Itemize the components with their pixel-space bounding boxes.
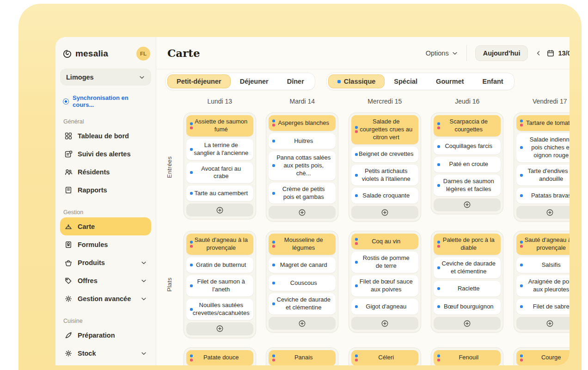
reports-icon xyxy=(64,186,73,194)
options-button[interactable]: Options xyxy=(424,47,460,60)
previous-week-button[interactable] xyxy=(533,48,544,58)
menu-item[interactable]: Ceviche de daurade et clémentine xyxy=(434,257,501,278)
menu-item-highlight[interactable]: Assiette de saumon fumé xyxy=(186,115,253,136)
menu-item-highlight[interactable]: Asperges blanches xyxy=(269,115,336,131)
menu-item-highlight[interactable]: Patate douce xyxy=(186,350,253,365)
menu-card: CéleriCourgette xyxy=(349,347,421,365)
day-column: Asperges blanchesHuitresPanna cottas sal… xyxy=(261,112,344,222)
menu-item[interactable]: Coquillages farcis xyxy=(434,139,501,154)
add-item-button[interactable] xyxy=(434,317,501,330)
menu-item[interactable]: Petits artichauts violets à l'italienne xyxy=(351,165,418,186)
sidebar-item-label: Résidents xyxy=(78,168,147,176)
sidebar-item-preparation[interactable]: Préparation xyxy=(60,326,151,344)
menu-item-highlight[interactable]: Salade de courgettes crues au citron ver… xyxy=(351,115,418,144)
tab-dejeuner[interactable]: Déjeuner xyxy=(231,74,278,88)
menu-item[interactable]: Raclette xyxy=(434,281,501,296)
menu-item-highlight[interactable]: Mousseline de légumes xyxy=(269,234,336,255)
menu-item[interactable]: Salsifis xyxy=(516,257,570,273)
menu-item-highlight[interactable]: Fenouil xyxy=(434,350,501,365)
day-column: PanaisChou-fleur xyxy=(261,347,344,365)
tag-icon xyxy=(64,277,73,285)
sidebar-item-suivi-des-alertes[interactable]: Suivi des alertes xyxy=(60,145,151,163)
menu-item-highlight[interactable]: Céleri xyxy=(351,350,418,365)
item-dots xyxy=(355,174,358,177)
menu-item-label: Avocat farci au crabe xyxy=(194,165,249,181)
menu-item[interactable]: Tarte d'endives et andouille xyxy=(516,165,570,186)
menu-item[interactable]: Salade croquante xyxy=(351,188,418,204)
formules-icon xyxy=(64,240,73,249)
menu-item-label: Assiette de saumon fumé xyxy=(194,118,249,134)
menu-item[interactable]: Rostis de pomme de terre xyxy=(351,252,418,273)
sidebar-item-formules[interactable]: Formules xyxy=(60,235,151,253)
menu-item-highlight[interactable]: Sauté d'agneau à la provençale xyxy=(516,234,570,255)
menu-item[interactable]: Tarte au camembert xyxy=(186,185,253,201)
menu-item[interactable]: La terrine de sanglier à l'ancienne xyxy=(186,139,253,160)
menu-item[interactable]: Filet de sabre xyxy=(516,299,570,314)
sidebar-item-gestion-avancee[interactable]: Gestion avancée xyxy=(60,290,151,308)
menu-item-highlight[interactable]: Tartare de tomates xyxy=(516,115,570,131)
sidebar-item-stock[interactable]: Stock xyxy=(60,344,151,362)
item-dots xyxy=(437,354,440,361)
add-item-button[interactable] xyxy=(269,317,336,330)
red-dot-icon xyxy=(437,358,440,361)
tab-petit-dejeuner[interactable]: Petit-déjeuner xyxy=(167,74,231,88)
menu-item[interactable]: Nouilles sautées crevettes/cacahuètes xyxy=(186,299,253,320)
add-item-button[interactable] xyxy=(351,206,418,219)
tab-special[interactable]: Spécial xyxy=(385,74,427,88)
menu-item[interactable]: Ceviche de daurade et clémentine xyxy=(269,293,336,314)
today-button[interactable]: Aujourd'hui xyxy=(475,45,528,61)
menu-item[interactable]: Patatas bravas xyxy=(516,188,570,204)
menu-item-label: Salade de courgettes crues au citron ver… xyxy=(359,118,414,142)
menu-item-highlight[interactable]: Palette de porc à la diable xyxy=(434,234,501,255)
menu-item[interactable]: Panna cottas salées aux petits pois, chè… xyxy=(269,151,336,180)
menu-item-highlight[interactable]: Panais xyxy=(269,350,336,365)
tab-diner[interactable]: Dîner xyxy=(278,74,313,88)
tab-enfant[interactable]: Enfant xyxy=(473,74,513,88)
add-item-button[interactable] xyxy=(269,206,336,219)
avatar[interactable]: FL xyxy=(136,47,150,61)
menu-item[interactable]: Araignée de porc aux pleurotes xyxy=(516,275,570,296)
menu-item[interactable]: Beignet de crevettes xyxy=(351,147,418,162)
menu-item[interactable]: Gratin de butternut xyxy=(186,257,253,273)
add-item-button[interactable] xyxy=(351,317,418,330)
menu-item[interactable]: Filet de bœuf sauce aux poivres xyxy=(351,275,418,296)
add-item-button[interactable] xyxy=(516,317,570,330)
menu-item[interactable]: Crème de petits pois et gambas xyxy=(269,183,336,204)
tabs-row: Petit-déjeuner Déjeuner Dîner Classique … xyxy=(156,69,570,90)
menu-item[interactable]: Huitres xyxy=(269,133,336,149)
item-dots xyxy=(190,264,193,266)
location-select[interactable]: Limoges xyxy=(60,68,151,86)
menu-item-highlight[interactable]: Coq au vin xyxy=(351,234,418,249)
plus-circle-icon xyxy=(463,201,471,209)
sidebar-item-carte[interactable]: Carte xyxy=(60,217,151,235)
menu-item[interactable]: Gigot d'agneau xyxy=(351,299,418,314)
sidebar-item-rapports[interactable]: Rapports xyxy=(60,181,151,199)
tab-gourmet[interactable]: Gourmet xyxy=(427,74,473,88)
menu-item-highlight[interactable]: Courge xyxy=(516,350,570,365)
menu-item[interactable]: Bœuf bourguignon xyxy=(434,299,501,314)
menu-item[interactable]: Darnes de saumon légères et faciles xyxy=(434,175,501,196)
menu-item[interactable]: Avocat farci au crabe xyxy=(186,162,253,184)
menu-card: Scarpaccia de courgettesCoquillages farc… xyxy=(431,112,503,214)
add-item-button[interactable] xyxy=(186,204,253,216)
tab-classique[interactable]: Classique xyxy=(328,74,385,88)
menu-item[interactable]: Filet de saumon à l'aneth xyxy=(186,275,253,296)
date-picker[interactable]: 13/05/2024 xyxy=(546,49,570,57)
menu-item-highlight[interactable]: Sauté d'agneau à la provençale xyxy=(186,234,253,255)
item-dots xyxy=(190,192,193,195)
sidebar-item-tableau-de-bord[interactable]: Tableau de bord xyxy=(60,127,151,145)
item-dots xyxy=(437,184,440,187)
menu-item-highlight[interactable]: Scarpaccia de courgettes xyxy=(434,115,501,136)
menu-item[interactable]: Magret de canard xyxy=(269,257,336,273)
menu-item[interactable]: Couscous xyxy=(269,275,336,291)
add-item-button[interactable] xyxy=(434,198,501,211)
menu-item-label: Ceviche de daurade et clémentine xyxy=(441,260,496,276)
header-actions: Options Aujourd'hui 13/05/2024 xyxy=(424,45,570,61)
add-item-button[interactable] xyxy=(516,206,570,219)
menu-item[interactable]: Paté en croute xyxy=(434,157,501,173)
sidebar-item-residents[interactable]: Résidents xyxy=(60,163,151,181)
sidebar-item-produits[interactable]: Produits xyxy=(60,253,151,271)
add-item-button[interactable] xyxy=(186,322,253,335)
menu-item[interactable]: Salade indienne pois chiches et oignon r… xyxy=(516,133,570,162)
sidebar-item-offres[interactable]: Offres xyxy=(60,271,151,290)
